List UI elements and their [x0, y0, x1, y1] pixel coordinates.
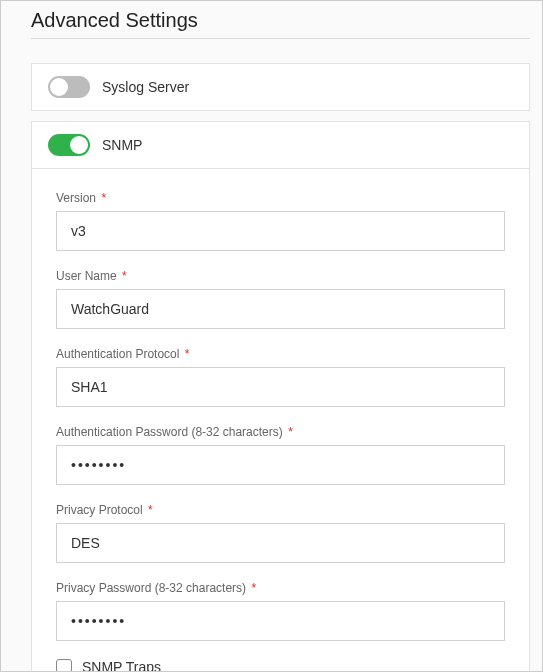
- privacy-password-value: ••••••••: [71, 613, 126, 629]
- username-label: User Name *: [56, 269, 505, 283]
- version-field-group: Version * v3: [56, 191, 505, 251]
- syslog-toggle[interactable]: [48, 76, 90, 98]
- privacy-password-input[interactable]: ••••••••: [56, 601, 505, 641]
- auth-protocol-label: Authentication Protocol *: [56, 347, 505, 361]
- syslog-section: Syslog Server: [31, 63, 530, 111]
- auth-protocol-field-group: Authentication Protocol * SHA1: [56, 347, 505, 407]
- auth-password-field-group: Authentication Password (8-32 characters…: [56, 425, 505, 485]
- required-marker: *: [101, 191, 106, 205]
- snmp-traps-label: SNMP Traps: [82, 659, 161, 672]
- required-marker: *: [148, 503, 153, 517]
- auth-password-value: ••••••••: [71, 457, 126, 473]
- username-label-text: User Name: [56, 269, 117, 283]
- snmp-label: SNMP: [102, 137, 142, 153]
- username-input[interactable]: WatchGuard: [56, 289, 505, 329]
- privacy-protocol-label: Privacy Protocol *: [56, 503, 505, 517]
- auth-password-input[interactable]: ••••••••: [56, 445, 505, 485]
- version-label-text: Version: [56, 191, 96, 205]
- snmp-section: SNMP: [31, 121, 530, 169]
- auth-password-label: Authentication Password (8-32 characters…: [56, 425, 505, 439]
- auth-protocol-select[interactable]: SHA1: [56, 367, 505, 407]
- required-marker: *: [185, 347, 190, 361]
- syslog-label: Syslog Server: [102, 79, 189, 95]
- privacy-password-field-group: Privacy Password (8-32 characters) * •••…: [56, 581, 505, 641]
- snmp-traps-checkbox[interactable]: [56, 659, 72, 672]
- privacy-protocol-value: DES: [71, 535, 100, 551]
- snmp-form: Version * v3 User Name * WatchGuard Auth…: [31, 169, 530, 672]
- privacy-protocol-label-text: Privacy Protocol: [56, 503, 143, 517]
- required-marker: *: [251, 581, 256, 595]
- auth-protocol-label-text: Authentication Protocol: [56, 347, 179, 361]
- privacy-password-label-text: Privacy Password (8-32 characters): [56, 581, 246, 595]
- snmp-toggle[interactable]: [48, 134, 90, 156]
- required-marker: *: [122, 269, 127, 283]
- username-value: WatchGuard: [71, 301, 149, 317]
- toggle-knob-icon: [70, 136, 88, 154]
- version-label: Version *: [56, 191, 505, 205]
- auth-password-label-text: Authentication Password (8-32 characters…: [56, 425, 283, 439]
- username-field-group: User Name * WatchGuard: [56, 269, 505, 329]
- version-select[interactable]: v3: [56, 211, 505, 251]
- privacy-password-label: Privacy Password (8-32 characters) *: [56, 581, 505, 595]
- privacy-protocol-select[interactable]: DES: [56, 523, 505, 563]
- required-marker: *: [288, 425, 293, 439]
- snmp-traps-row: SNMP Traps: [56, 659, 505, 672]
- privacy-protocol-field-group: Privacy Protocol * DES: [56, 503, 505, 563]
- version-value: v3: [71, 223, 86, 239]
- page-title: Advanced Settings: [31, 9, 530, 39]
- auth-protocol-value: SHA1: [71, 379, 108, 395]
- toggle-knob-icon: [50, 78, 68, 96]
